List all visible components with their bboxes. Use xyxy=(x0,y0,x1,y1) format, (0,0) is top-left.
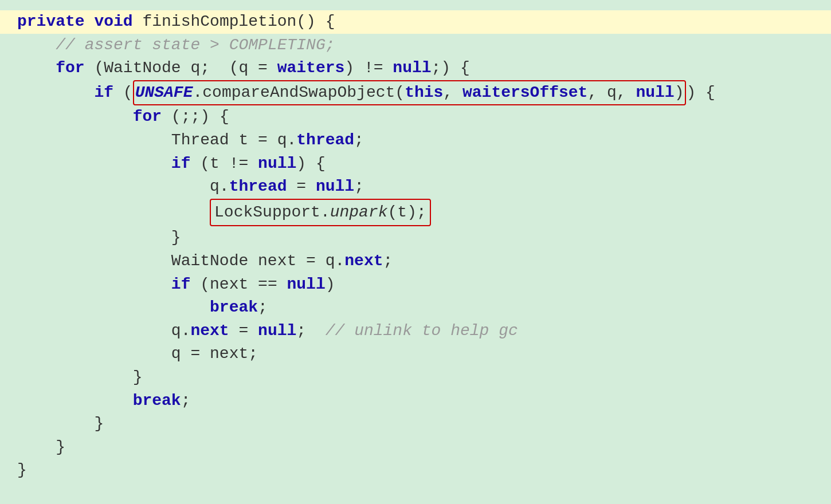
keyword-null-6: null xyxy=(258,322,296,340)
line-12: if (next == null) xyxy=(17,273,814,297)
unsafe-box: UNSAFE.compareAndSwapObject(this, waiter… xyxy=(133,80,687,106)
keyword-null-2: null xyxy=(636,84,674,101)
comment-assert: // assert state > COMPLETING; xyxy=(56,36,335,54)
keyword-null-4: null xyxy=(316,178,354,195)
line-21 xyxy=(17,482,814,504)
code-block: private void finishCompletion() { // ass… xyxy=(17,10,814,504)
line-18: } xyxy=(17,412,814,436)
keyword-for-2: for xyxy=(133,108,162,125)
keyword-null-3: null xyxy=(258,155,296,172)
line-6: Thread t = q.thread; xyxy=(17,129,814,152)
field-thread-2: thread xyxy=(229,178,287,195)
keyword-this: this xyxy=(405,84,443,101)
keyword-null: null xyxy=(393,59,431,77)
param-waiters: waiters xyxy=(277,59,345,77)
line-8: q.thread = null; xyxy=(17,175,814,199)
method-unpark: unpark xyxy=(330,203,388,221)
line-20: } xyxy=(17,459,814,482)
line-2: // assert state > COMPLETING; xyxy=(17,34,814,57)
keyword-if-2: if xyxy=(171,155,191,172)
line-13: break; xyxy=(17,296,814,320)
keyword-for: for xyxy=(56,59,84,77)
line-14: q.next = null; // unlink to help gc xyxy=(17,320,814,343)
line-16: } xyxy=(17,366,814,389)
line-10: } xyxy=(17,226,814,250)
field-thread: thread xyxy=(296,131,354,149)
line-3: for (WaitNode q; (q = waiters) != null;)… xyxy=(17,57,814,80)
keyword-null-5: null xyxy=(287,275,325,293)
keyword-if: if xyxy=(94,84,113,101)
line-17: break; xyxy=(17,389,814,413)
field-next: next xyxy=(344,252,383,270)
keyword-if-3: if xyxy=(171,275,191,293)
line-15: q = next; xyxy=(17,342,814,366)
keyword-void: void xyxy=(94,13,132,30)
line-19: } xyxy=(17,436,814,459)
unsafe-keyword: UNSAFE xyxy=(135,84,193,101)
line-7: if (t != null) { xyxy=(17,152,814,176)
keyword-private: private xyxy=(17,13,85,30)
param-waitersOffset: waitersOffset xyxy=(462,84,587,101)
unpark-box: LockSupport.unpark(t); xyxy=(210,199,431,227)
line-4: if (UNSAFE.compareAndSwapObject(this, wa… xyxy=(17,80,814,106)
line-1: private void finishCompletion() { xyxy=(0,10,831,34)
field-next-2: next xyxy=(190,322,229,340)
keyword-break: break xyxy=(210,298,258,316)
line-9: LockSupport.unpark(t); xyxy=(17,199,814,227)
comment-unlink: // unlink to help gc xyxy=(326,322,518,340)
keyword-break-2: break xyxy=(133,392,181,410)
line-11: WaitNode next = q.next; xyxy=(17,250,814,273)
line-5: for (;;) { xyxy=(17,105,814,129)
